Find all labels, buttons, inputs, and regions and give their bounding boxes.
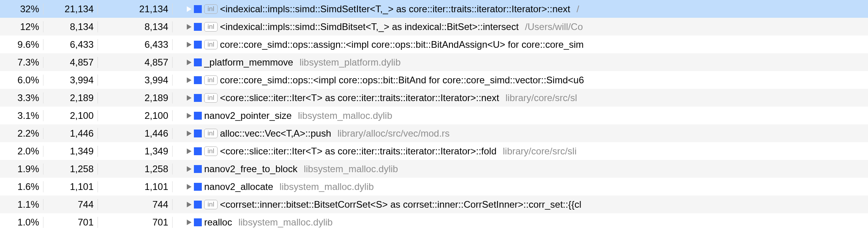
inline-badge: inl (204, 200, 218, 209)
profiler-table: 32%21,13421,134inl<indexical::impls::sim… (0, 0, 868, 231)
disclosure-triangle-icon[interactable] (187, 202, 192, 207)
library-path: library/core/src/sl (505, 92, 577, 103)
inline-badge: inl (204, 129, 218, 138)
table-row[interactable]: 32%21,13421,134inl<indexical::impls::sim… (0, 0, 868, 18)
percent-cell: 12% (0, 21, 43, 32)
count-cell: 2,100 (43, 110, 98, 121)
count-cell: 1,101 (43, 181, 98, 192)
table-row[interactable]: 1.6%1,1011,101nanov2_allocatelibsystem_m… (0, 178, 868, 195)
disclosure-triangle-icon[interactable] (187, 131, 192, 136)
percent-cell: 32% (0, 4, 43, 15)
table-row[interactable]: 3.3%2,1892,189inl<core::slice::iter::Ite… (0, 89, 868, 107)
count-cell: 1,446 (43, 128, 98, 139)
count-cell: 4,857 (43, 57, 98, 68)
table-row[interactable]: 6.0%3,9943,994inlcore::core_simd::ops::<… (0, 71, 868, 89)
color-swatch-icon (194, 76, 202, 84)
count-cell: 744 (43, 199, 98, 210)
symbol-cell: nanov2_allocatelibsystem_malloc.dylib (184, 181, 868, 192)
inline-badge: inl (204, 40, 218, 49)
color-swatch-icon (194, 23, 202, 31)
percent-cell: 6.0% (0, 75, 43, 86)
symbol-cell: inlcore::core_simd::ops::assign::<impl c… (184, 39, 868, 50)
library-path: libsystem_malloc.dylib (298, 110, 393, 121)
symbol-name: nanov2_pointer_size (204, 110, 292, 121)
symbol-name: nanov2_free_to_block (204, 163, 297, 175)
disclosure-triangle-icon[interactable] (187, 148, 192, 154)
color-swatch-icon (194, 218, 202, 226)
color-swatch-icon (194, 165, 202, 173)
table-row[interactable]: 12%8,1348,134inl<indexical::impls::simd:… (0, 18, 868, 36)
color-swatch-icon (194, 94, 202, 102)
self-cell: 21,134 (98, 4, 173, 15)
symbol-name: nanov2_allocate (204, 181, 273, 192)
count-cell: 2,189 (43, 92, 98, 103)
count-cell: 1,258 (43, 163, 98, 175)
count-cell: 3,994 (43, 75, 98, 86)
inline-badge: inl (204, 93, 218, 103)
table-row[interactable]: 9.6%6,4336,433inlcore::core_simd::ops::a… (0, 36, 868, 53)
table-row[interactable]: 1.1%744744inl<corrset::inner::bitset::Bi… (0, 195, 868, 213)
percent-cell: 7.3% (0, 57, 43, 68)
symbol-cell: nanov2_pointer_sizelibsystem_malloc.dyli… (184, 110, 868, 121)
self-cell: 701 (98, 217, 173, 228)
color-swatch-icon (194, 147, 202, 155)
count-cell: 21,134 (43, 4, 98, 15)
self-cell: 744 (98, 199, 173, 210)
symbol-name: <core::slice::iter::Iter<T> as core::ite… (220, 146, 496, 157)
symbol-cell: inl<core::slice::iter::Iter<T> as core::… (184, 146, 868, 157)
self-cell: 1,349 (98, 146, 173, 157)
library-path: libsystem_platform.dylib (299, 57, 400, 68)
table-row[interactable]: 2.0%1,3491,349inl<core::slice::iter::Ite… (0, 142, 868, 160)
library-path: libsystem_malloc.dylib (304, 163, 398, 175)
library-path: libsystem_malloc.dylib (280, 181, 374, 192)
table-row[interactable]: 2.2%1,4461,446inlalloc::vec::Vec<T,A>::p… (0, 124, 868, 142)
count-cell: 701 (43, 217, 98, 228)
table-row[interactable]: 7.3%4,8574,857_platform_memmovelibsystem… (0, 53, 868, 71)
symbol-cell: inlalloc::vec::Vec<T,A>::pushlibrary/all… (184, 128, 868, 139)
percent-cell: 1.0% (0, 217, 43, 228)
disclosure-triangle-icon[interactable] (187, 42, 192, 47)
percent-cell: 2.0% (0, 146, 43, 157)
self-cell: 1,101 (98, 181, 173, 192)
table-row[interactable]: 3.1%2,1002,100nanov2_pointer_sizelibsyst… (0, 107, 868, 124)
symbol-name: <corrset::inner::bitset::BitsetCorrSet<S… (220, 199, 581, 210)
disclosure-triangle-icon[interactable] (187, 60, 192, 65)
color-swatch-icon (194, 41, 202, 49)
percent-cell: 3.3% (0, 92, 43, 103)
disclosure-triangle-icon[interactable] (187, 6, 192, 12)
library-path: /Users/will/Co (525, 21, 583, 32)
disclosure-triangle-icon[interactable] (187, 220, 192, 225)
percent-cell: 9.6% (0, 39, 43, 50)
disclosure-triangle-icon[interactable] (187, 113, 192, 118)
disclosure-triangle-icon[interactable] (187, 184, 192, 190)
symbol-cell: inl<core::slice::iter::Iter<T> as core::… (184, 92, 868, 103)
percent-cell: 1.6% (0, 181, 43, 192)
inline-badge: inl (204, 147, 218, 156)
self-cell: 2,100 (98, 110, 173, 121)
symbol-name: _platform_memmove (204, 57, 293, 68)
symbol-name: <indexical::impls::simd::SimdBitset<T,_>… (220, 21, 519, 32)
self-cell: 2,189 (98, 92, 173, 103)
disclosure-triangle-icon[interactable] (187, 95, 192, 101)
symbol-name: <core::slice::iter::Iter<T> as core::ite… (220, 92, 499, 103)
disclosure-triangle-icon[interactable] (187, 166, 192, 172)
color-swatch-icon (194, 201, 202, 209)
symbol-cell: nanov2_free_to_blocklibsystem_malloc.dyl… (184, 163, 868, 175)
color-swatch-icon (194, 183, 202, 191)
symbol-cell: inl<indexical::impls::simd::SimdSetIter<… (184, 4, 868, 15)
symbol-name: core::core_simd::ops::assign::<impl core… (220, 39, 584, 50)
symbol-name: core::core_simd::ops::<impl core::ops::b… (220, 75, 584, 86)
symbol-name: realloc (204, 217, 232, 228)
disclosure-triangle-icon[interactable] (187, 24, 192, 30)
library-path: / (577, 4, 579, 15)
table-row[interactable]: 1.0%701701realloclibsystem_malloc.dylib (0, 213, 868, 231)
count-cell: 1,349 (43, 146, 98, 157)
count-cell: 8,134 (43, 21, 98, 32)
self-cell: 3,994 (98, 75, 173, 86)
disclosure-triangle-icon[interactable] (187, 77, 192, 83)
library-path: library/core/src/sli (503, 146, 577, 157)
symbol-name: <indexical::impls::simd::SimdSetIter<T,_… (220, 4, 570, 15)
table-row[interactable]: 1.9%1,2581,258nanov2_free_to_blocklibsys… (0, 160, 868, 178)
color-swatch-icon (194, 112, 202, 120)
self-cell: 4,857 (98, 57, 173, 68)
